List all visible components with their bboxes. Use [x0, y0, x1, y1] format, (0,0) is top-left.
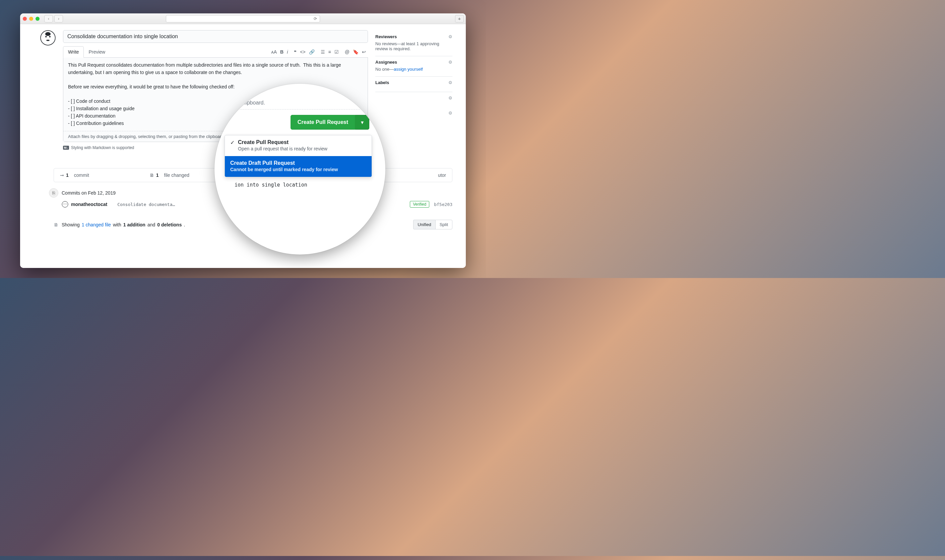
files-count[interactable]: 🗎 1 file changed [150, 172, 189, 178]
projects-block[interactable]: ⚙ [375, 92, 452, 107]
commit-sha[interactable]: bf5e203 [434, 202, 452, 207]
pr-sidebar: Reviewers ⚙ No reviews—at least 1 approv… [375, 30, 452, 150]
markdown-hint-text: Styling with Markdown is supported [71, 145, 134, 150]
code-icon[interactable]: <> [300, 49, 305, 55]
reviewers-title: Reviewers [375, 34, 397, 39]
reviewers-text: No reviews—at least 1 approving review i… [375, 41, 452, 51]
preview-tab[interactable]: Preview [84, 46, 110, 57]
reviewers-block[interactable]: Reviewers ⚙ No reviews—at least 1 approv… [375, 31, 452, 56]
svg-rect-4 [46, 40, 49, 41]
gear-icon[interactable]: ⚙ [449, 95, 452, 100]
write-tab[interactable]: Write [63, 46, 84, 58]
commits-date-header: Commits on Feb 12, 2019 [62, 190, 116, 195]
checklist-icon[interactable]: ☑ [335, 49, 339, 55]
assignees-title: Assignees [375, 60, 397, 65]
svg-point-5 [62, 201, 68, 207]
traffic-lights [23, 17, 40, 21]
changed-files-link[interactable]: 1 changed file [82, 222, 111, 228]
quote-icon[interactable]: ❝ [294, 49, 297, 55]
magnifier-overlay: . the clipboard. Create Pull Request ▾ ✓… [214, 84, 385, 255]
nav-arrows: ‹ › [44, 15, 63, 22]
unified-button[interactable]: Unified [413, 220, 435, 229]
heading-icon[interactable]: AA [271, 49, 277, 55]
svg-point-6 [64, 204, 64, 204]
reference-icon[interactable]: 🔖 [353, 49, 359, 55]
mention-icon[interactable]: @ [345, 49, 350, 55]
new-tab-button[interactable]: + [455, 15, 464, 22]
assignees-text: No one—assign yourself [375, 67, 452, 72]
gear-icon[interactable]: ⚙ [449, 80, 452, 85]
split-button[interactable]: Split [435, 220, 452, 229]
create-pr-dropdown-toggle[interactable]: ▾ [355, 115, 369, 129]
contributors-count[interactable]: utor [438, 172, 446, 178]
maximize-window-button[interactable] [35, 17, 40, 21]
menu-item-create-draft-pr[interactable]: Create Draft Pull Request Cannot be merg… [225, 156, 372, 177]
svg-point-3 [45, 32, 51, 36]
verified-badge[interactable]: Verified [410, 201, 429, 208]
gear-icon[interactable]: ⚙ [449, 111, 452, 115]
labels-title: Labels [375, 80, 389, 85]
menu-item-create-pr[interactable]: ✓ Create Pull Request Open a pull reques… [225, 135, 372, 156]
svg-point-7 [66, 204, 66, 204]
reload-icon[interactable]: ⟳ [314, 16, 317, 21]
ul-icon[interactable]: ☰ [321, 49, 325, 55]
assign-yourself-link[interactable]: assign yourself [394, 67, 423, 72]
assignees-block[interactable]: Assignees ⚙ No one—assign yourself [375, 56, 452, 77]
bold-icon[interactable]: B [280, 49, 284, 55]
commits-count[interactable]: ⊸ 1 commit [60, 172, 89, 178]
address-bar[interactable]: ⟳ [166, 15, 320, 22]
italic-icon[interactable]: i [287, 49, 288, 55]
milestone-block[interactable]: ⚙ [375, 107, 452, 122]
create-pr-button[interactable]: Create Pull Request [291, 115, 355, 129]
svg-point-1 [45, 36, 47, 37]
commit-author[interactable]: monatheoctocat [71, 202, 107, 207]
commit-message[interactable]: Consolidate documenta… [117, 202, 175, 207]
gear-icon[interactable]: ⚙ [449, 60, 452, 65]
back-button[interactable]: ‹ [44, 15, 53, 22]
ol-icon[interactable]: ≡ [328, 49, 331, 55]
create-pr-dropdown-menu: ✓ Create Pull Request Open a pull reques… [225, 135, 372, 177]
gear-icon[interactable]: ⚙ [449, 34, 452, 39]
diff-view-toggle: Unified Split [413, 220, 452, 229]
link-icon[interactable]: 🔗 [309, 49, 314, 55]
commit-author-avatar [62, 201, 68, 208]
commit-icon: ⊸ [60, 172, 64, 178]
commit-message-zoom: ion into single location [225, 177, 372, 188]
file-icon: 🗎 [54, 222, 58, 228]
commit-group-icon: ⎘ [49, 188, 58, 198]
svg-point-2 [49, 36, 51, 37]
formatting-toolbar: AA B i ❝ <> 🔗 ☰ ≡ ☑ [271, 49, 368, 55]
check-icon: ✓ [230, 139, 234, 151]
markdown-icon: M↓ [63, 146, 69, 150]
minimize-window-button[interactable] [29, 17, 33, 21]
user-avatar [40, 30, 55, 46]
forward-button[interactable]: › [54, 15, 63, 22]
reply-icon[interactable]: ↩︎ [362, 49, 366, 55]
close-window-button[interactable] [23, 17, 27, 21]
file-icon: 🗎 [150, 172, 154, 178]
labels-block[interactable]: Labels ⚙ [375, 77, 452, 92]
comment-tabs: Write Preview AA B i ❝ <> 🔗 [63, 46, 368, 58]
pr-title-input[interactable] [63, 30, 368, 43]
browser-toolbar: ‹ › ⟳ + [20, 14, 466, 24]
